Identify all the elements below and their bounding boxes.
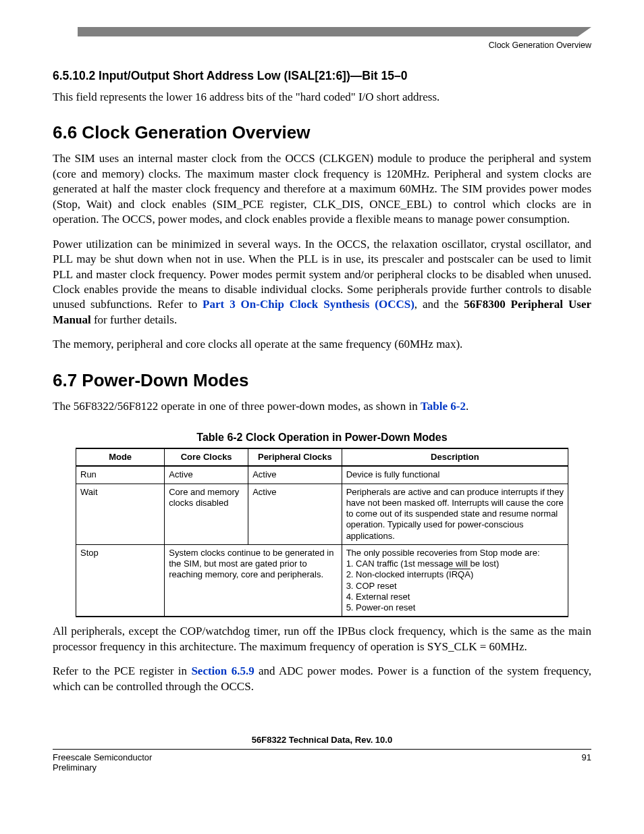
text-run: , and the [414, 298, 464, 311]
heading-6.7: 6.7 Power-Down Modes [53, 370, 591, 391]
page: Clock Generation Overview 6.5.10.2 Input… [0, 0, 644, 793]
cell-mode: Wait [76, 484, 165, 544]
para-6.7-2: All peripherals, except the COP/watchdog… [53, 624, 591, 654]
link-part3-occs[interactable]: Part 3 On-Chip Clock Synthesis (OCCS) [203, 298, 414, 311]
para-6.6-2: Power utilization can be minimized in se… [53, 237, 591, 328]
irqa-overline: IRQA [449, 569, 471, 579]
link-section-6-5-9[interactable]: Section 6.5.9 [191, 664, 254, 677]
para-6.7-3: Refer to the PCE register in Section 6.5… [53, 664, 591, 694]
table-caption-6-2: Table 6-2 Clock Operation in Power-Down … [53, 432, 591, 444]
cell-desc: The only possible recoveries from Stop m… [342, 544, 568, 617]
cell-periph: Active [248, 466, 342, 484]
para-6.5.10.2-1: This field represents the lower 16 addre… [53, 90, 591, 105]
col-mode: Mode [76, 448, 165, 466]
link-table-6-2[interactable]: Table 6-2 [421, 400, 466, 413]
table-6-2: Mode Core Clocks Peripheral Clocks Descr… [76, 448, 568, 617]
cell-mode: Run [76, 466, 165, 484]
table-row: Stop System clocks continue to be genera… [76, 544, 568, 617]
footer-row: Freescale Semiconductor Preliminary 91 [53, 752, 591, 773]
para-6.6-3: The memory, peripheral and core clocks a… [53, 337, 591, 352]
cell-core: Active [165, 466, 248, 484]
col-description: Description [342, 448, 568, 466]
footer-left: Freescale Semiconductor Preliminary [53, 752, 152, 773]
text-run: . [466, 400, 468, 413]
table-header-row: Mode Core Clocks Peripheral Clocks Descr… [76, 448, 568, 466]
cell-core: Core and memory clocks disabled [165, 484, 248, 544]
col-core-clocks: Core Clocks [165, 448, 248, 466]
table-row: Wait Core and memory clocks disabled Act… [76, 484, 568, 544]
footer-company: Freescale Semiconductor [53, 752, 152, 762]
table-6-2-wrap: Mode Core Clocks Peripheral Clocks Descr… [53, 448, 591, 617]
footer-rule [53, 749, 591, 750]
cell-desc: Peripherals are active and can produce i… [342, 484, 568, 544]
para-6.7-1: The 56F8322/56F8122 operate in one of th… [53, 399, 591, 414]
para-6.6-1: The SIM uses an internal master clock fr… [53, 151, 591, 227]
heading-6.5.10.2: 6.5.10.2 Input/Output Short Address Low … [53, 69, 591, 83]
footer-page-number: 91 [582, 752, 591, 773]
cell-desc: Device is fully functional [342, 466, 568, 484]
cell-mode: Stop [76, 544, 165, 617]
footer-status: Preliminary [53, 762, 152, 773]
table-row: Run Active Active Device is fully functi… [76, 466, 568, 484]
cell-periph: Active [248, 484, 342, 544]
footer-doc-title: 56F8322 Technical Data, Rev. 10.0 [53, 735, 591, 745]
running-head: Clock Generation Overview [53, 41, 591, 50]
text-run: The 56F8322/56F8122 operate in one of th… [53, 400, 421, 413]
col-peripheral-clocks: Peripheral Clocks [248, 448, 342, 466]
cell-core-periph-merged: System clocks continue to be generated i… [165, 544, 342, 617]
text-run: for further details. [91, 313, 177, 326]
text-run: Refer to the PCE register in [53, 664, 191, 677]
heading-6.6: 6.6 Clock Generation Overview [53, 122, 591, 143]
header-rule [78, 27, 591, 36]
text-run: The only possible recoveries from Stop m… [346, 548, 540, 580]
